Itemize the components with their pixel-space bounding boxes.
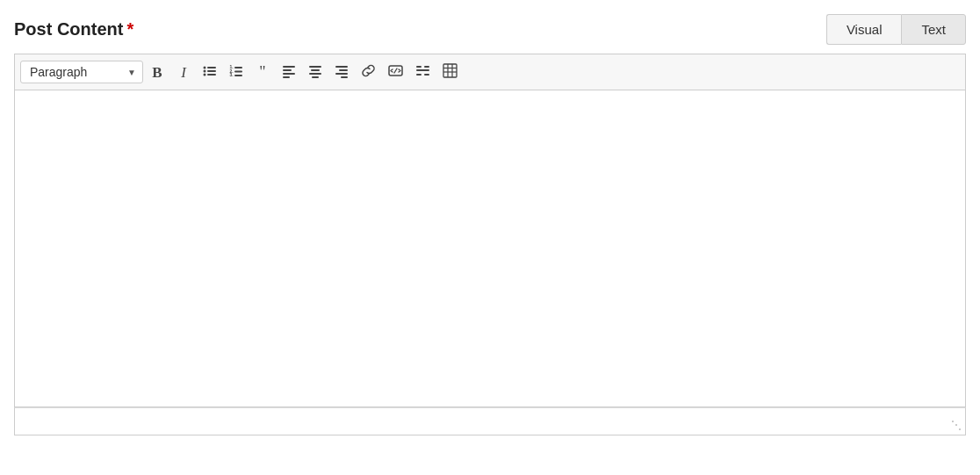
- svg-rect-26: [424, 66, 429, 68]
- blockquote-icon: ": [259, 64, 265, 80]
- tab-text[interactable]: Text: [901, 14, 966, 45]
- svg-rect-25: [416, 66, 422, 68]
- svg-text:3.: 3.: [230, 72, 234, 77]
- editor-footer: ⋱: [14, 407, 966, 435]
- code-button[interactable]: [383, 60, 408, 84]
- format-select[interactable]: Paragraph Heading 1 Heading 2 Heading 3 …: [20, 61, 143, 83]
- svg-rect-19: [312, 76, 319, 78]
- editor-title: Post Content*: [14, 19, 133, 40]
- editor-header: Post Content* Visual Text: [14, 14, 966, 45]
- link-button[interactable]: [356, 60, 381, 84]
- svg-rect-11: [234, 75, 242, 76]
- svg-rect-7: [234, 67, 242, 68]
- svg-rect-18: [309, 73, 321, 75]
- svg-point-0: [204, 66, 206, 68]
- table-icon: [443, 63, 458, 81]
- svg-rect-21: [339, 69, 348, 71]
- bold-icon: B: [152, 65, 162, 80]
- align-center-button[interactable]: [303, 60, 328, 84]
- table-button[interactable]: [437, 60, 463, 84]
- tab-group: Visual Text: [826, 14, 966, 45]
- svg-rect-1: [207, 67, 216, 68]
- align-left-icon: [282, 64, 296, 81]
- ol-icon: 1. 2. 3.: [229, 64, 243, 81]
- hr-icon: [415, 63, 430, 81]
- unordered-list-button[interactable]: [198, 60, 222, 84]
- editor-area: [14, 90, 966, 407]
- svg-point-4: [204, 73, 206, 76]
- svg-rect-14: [283, 73, 295, 75]
- svg-rect-20: [335, 66, 348, 68]
- svg-rect-30: [443, 64, 457, 77]
- align-right-button[interactable]: [329, 60, 354, 84]
- align-left-button[interactable]: [277, 60, 301, 84]
- align-center-icon: [308, 64, 322, 81]
- svg-rect-13: [283, 69, 292, 71]
- svg-rect-16: [309, 66, 321, 68]
- hr-button[interactable]: [410, 60, 436, 84]
- svg-rect-9: [234, 70, 242, 72]
- svg-rect-22: [335, 73, 348, 75]
- title-text: Post Content: [14, 19, 123, 39]
- ordered-list-button[interactable]: 1. 2. 3.: [224, 60, 249, 84]
- svg-rect-5: [207, 74, 216, 76]
- svg-rect-15: [283, 76, 290, 78]
- italic-icon: I: [181, 65, 186, 80]
- svg-rect-3: [207, 70, 216, 72]
- svg-rect-27: [416, 69, 429, 71]
- blockquote-button[interactable]: ": [250, 60, 275, 84]
- align-right-icon: [335, 64, 349, 81]
- italic-button[interactable]: I: [171, 60, 196, 84]
- required-indicator: *: [126, 19, 133, 39]
- code-icon: [388, 63, 403, 81]
- svg-rect-29: [424, 74, 429, 76]
- editor-toolbar: Paragraph Heading 1 Heading 2 Heading 3 …: [14, 54, 966, 90]
- format-select-wrapper: Paragraph Heading 1 Heading 2 Heading 3 …: [20, 61, 143, 83]
- svg-point-2: [204, 69, 206, 72]
- ul-icon: [203, 64, 217, 81]
- svg-rect-28: [416, 74, 422, 76]
- editor-container: Post Content* Visual Text Paragraph Head…: [0, 0, 980, 475]
- tab-visual[interactable]: Visual: [826, 14, 902, 45]
- bold-button[interactable]: B: [145, 60, 169, 84]
- svg-rect-12: [283, 66, 295, 68]
- link-icon: [361, 63, 376, 81]
- svg-rect-23: [341, 76, 348, 78]
- resize-handle[interactable]: ⋱: [951, 419, 962, 431]
- editor-content[interactable]: [15, 90, 965, 407]
- svg-rect-17: [311, 69, 320, 71]
